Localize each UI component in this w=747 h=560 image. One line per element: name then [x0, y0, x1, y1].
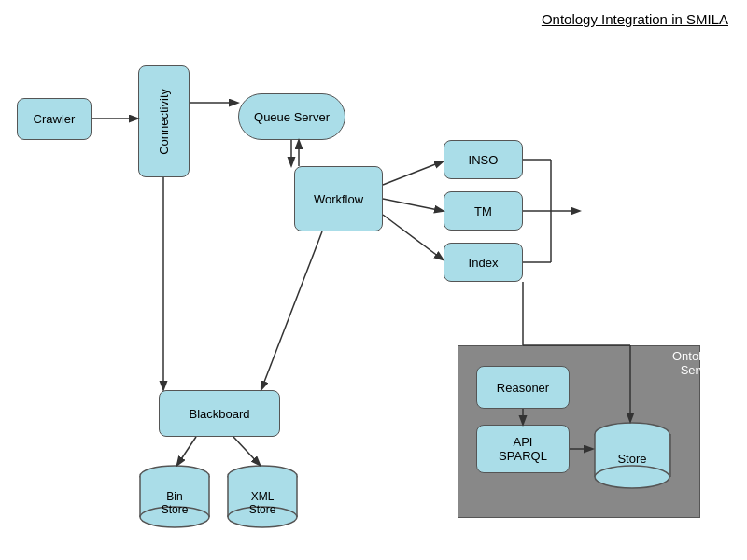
svg-text:Bin: Bin [166, 490, 182, 503]
svg-text:Store: Store [162, 503, 189, 516]
svg-text:Store: Store [249, 503, 276, 516]
workflow-box: Workflow [294, 166, 383, 231]
svg-text:Store: Store [617, 452, 646, 466]
api-sparql-box: API SPARQL [476, 425, 570, 473]
connectivity-box: Connectivity [138, 65, 190, 177]
arrow-workflow-index [383, 215, 443, 259]
queue-server-box: Queue Server [238, 93, 345, 140]
tm-box: TM [444, 191, 523, 231]
inso-box: INSO [444, 140, 523, 179]
index-box: Index [444, 243, 523, 282]
ontology-service-label: OntologyService [672, 349, 721, 377]
svg-point-18 [595, 466, 669, 488]
arrow-workflow-tm [383, 199, 443, 211]
bin-store-cylinder: Bin Store [138, 465, 211, 528]
arrow-blackboard-bin [177, 437, 196, 465]
store-cylinder: Store [593, 422, 672, 489]
arrow-blackboard-xml [233, 437, 260, 465]
svg-text:XML: XML [251, 490, 275, 503]
arrow-workflow-inso [383, 161, 443, 185]
reasoner-box: Reasoner [476, 366, 570, 409]
page-title: Ontology Integration in SMILA [542, 11, 728, 27]
crawler-box: Crawler [17, 98, 92, 140]
diagram-container: Ontology Integration in SMILA OntologySe… [0, 0, 747, 560]
arrow-workflow-blackboard [261, 231, 322, 389]
xml-store-cylinder: XML Store [226, 465, 299, 528]
blackboard-box: Blackboard [159, 390, 280, 437]
